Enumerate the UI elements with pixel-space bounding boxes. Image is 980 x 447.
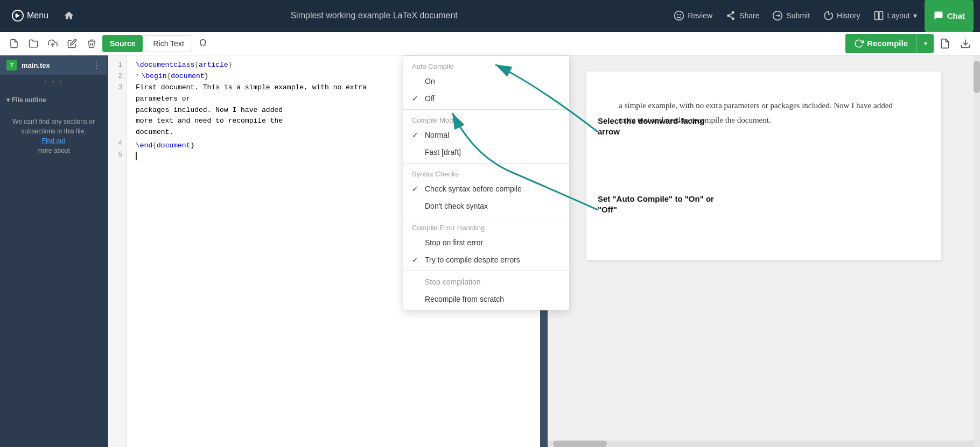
upload-button[interactable]: [44, 35, 61, 52]
horizontal-scrollbar[interactable]: [548, 441, 980, 447]
review-icon: [674, 10, 684, 21]
auto-compile-on-item[interactable]: On: [403, 73, 569, 90]
fast-draft-item[interactable]: Fast [draft]: [403, 144, 569, 161]
navbar: Menu Simplest working example LaTeX docu…: [0, 0, 980, 32]
omega-button[interactable]: Ω: [194, 35, 212, 52]
file-outline-section: ▾ File outline We can't find any section…: [0, 89, 107, 172]
chat-label: Chat: [947, 11, 965, 20]
error-handling-section-label: Compile Error Handling: [403, 219, 569, 234]
code-text-content: First document. This is a simple example…: [136, 82, 377, 138]
delete-button[interactable]: [83, 35, 100, 52]
on-check-icon: [412, 77, 421, 86]
normal-check-icon: ✓: [412, 131, 421, 139]
fast-check-icon: [412, 148, 421, 157]
history-button[interactable]: History: [817, 7, 866, 24]
menu-label: Menu: [27, 11, 48, 20]
off-label: Off: [425, 94, 435, 103]
recompile-label: Recompile: [867, 39, 908, 48]
file-menu-icon[interactable]: ⋮: [92, 60, 101, 70]
file-name: main.tex: [22, 61, 88, 69]
check-syntax-icon: ✓: [412, 185, 421, 193]
new-file-icon: [9, 39, 19, 48]
edit-button[interactable]: [64, 35, 81, 52]
preview-document: a simple example, with no extra paramete…: [586, 72, 941, 260]
svg-point-2: [677, 14, 678, 15]
download-button[interactable]: [956, 34, 975, 53]
stop-compilation-item[interactable]: Stop compilation: [403, 273, 569, 290]
svg-point-4: [727, 15, 730, 17]
layout-button[interactable]: Layout ▾: [868, 7, 922, 24]
review-button[interactable]: Review: [668, 7, 718, 24]
rich-text-tab[interactable]: Rich Text: [145, 35, 192, 52]
dont-check-item[interactable]: Don't check syntax: [403, 197, 569, 215]
file-type-icon: T: [6, 60, 17, 70]
source-tab[interactable]: Source: [102, 35, 143, 52]
normal-mode-item[interactable]: ✓ Normal: [403, 126, 569, 144]
stop-compilation-label: Stop compilation: [425, 278, 481, 286]
cmd-end: \end: [136, 140, 152, 152]
resize-dots-icon: • • •: [44, 77, 64, 87]
v-scrollbar-thumb[interactable]: [974, 61, 980, 93]
recompile-dropdown-button[interactable]: ▾: [916, 34, 934, 53]
annotation-text-2: Set "Auto Compile" to "On" or "Off": [598, 194, 716, 215]
recompile-scratch-icon: [412, 295, 421, 303]
scrollbar-thumb[interactable]: [553, 441, 607, 447]
try-compile-item[interactable]: ✓ Try to compile despite errors: [403, 251, 569, 268]
outline-title-label: File outline: [12, 96, 46, 104]
document-title: Simplest working example LaTeX document: [84, 11, 664, 20]
line-num-2: 2: [108, 71, 127, 82]
new-file-button[interactable]: [5, 35, 23, 52]
vertical-scrollbar[interactable]: [974, 55, 980, 447]
find-out-link[interactable]: Find out: [42, 137, 65, 145]
check-syntax-item[interactable]: ✓ Check syntax before compile: [403, 180, 569, 197]
fold-icon: ▾: [136, 71, 139, 82]
recompile-button[interactable]: Recompile: [845, 34, 916, 53]
svg-point-6: [732, 17, 734, 20]
outline-toggle[interactable]: ▾ File outline: [6, 94, 101, 106]
share-button[interactable]: Share: [720, 7, 765, 24]
line-num-4: 4: [108, 138, 127, 150]
compile-mode-section-label: Compile Mode: [403, 112, 569, 126]
edit-icon: [67, 39, 77, 48]
separator-3: [403, 217, 569, 217]
dont-check-icon: [412, 202, 421, 210]
on-label: On: [425, 77, 435, 86]
annotation-text-1: Select the downward-facing arrow: [598, 116, 716, 137]
separator-4: [403, 271, 569, 271]
submit-icon: [772, 10, 783, 21]
auto-compile-off-item[interactable]: ✓ Off: [403, 90, 569, 107]
compile-dropdown-menu: Auto Compile On ✓ Off Compile Mode ✓ Nor…: [403, 55, 570, 310]
home-button[interactable]: [58, 7, 80, 24]
more-about-text: more about: [37, 147, 70, 154]
stop-first-icon: [412, 238, 421, 247]
cmd-documentclass: \documentclass: [136, 60, 194, 71]
open-folder-button[interactable]: [25, 35, 42, 52]
resize-handle[interactable]: • • •: [0, 75, 107, 89]
try-compile-label: Try to compile despite errors: [425, 256, 520, 264]
preview-area: a simple example, with no extra paramete…: [548, 55, 980, 447]
pdf-view-button[interactable]: [936, 34, 954, 53]
chat-button[interactable]: Chat: [925, 0, 974, 32]
layout-label: Layout: [887, 11, 910, 20]
separator-1: [403, 109, 569, 110]
overleaf-logo-icon: [12, 10, 24, 22]
svg-point-1: [675, 11, 684, 20]
svg-rect-8: [874, 12, 878, 20]
share-icon: [725, 10, 736, 21]
nav-actions: Review Share Submit History Layout ▾ Cha…: [668, 0, 974, 32]
try-compile-icon: ✓: [412, 256, 421, 264]
cmd-begin: \begin: [142, 71, 167, 82]
recompile-group: Recompile ▾: [845, 34, 934, 53]
line-numbers: 1 2 3 4 5: [108, 55, 127, 447]
recompile-scratch-label: Recompile from scratch: [425, 295, 504, 303]
outline-empty-message: We can't find any sections or subsection…: [6, 106, 101, 166]
toolbar: Source Rich Text Ω Recompile ▾: [0, 32, 980, 55]
submit-button[interactable]: Submit: [767, 7, 815, 24]
sidebar-file-item[interactable]: T main.tex ⋮: [0, 55, 107, 75]
recompile-scratch-item[interactable]: Recompile from scratch: [403, 290, 569, 308]
stop-first-error-item[interactable]: Stop on first error: [403, 234, 569, 251]
menu-button[interactable]: Menu: [6, 6, 54, 25]
layout-chevron-icon: ▾: [913, 11, 917, 20]
syntax-checks-section-label: Syntax Checks: [403, 166, 569, 180]
line-num-5: 5: [108, 150, 127, 161]
